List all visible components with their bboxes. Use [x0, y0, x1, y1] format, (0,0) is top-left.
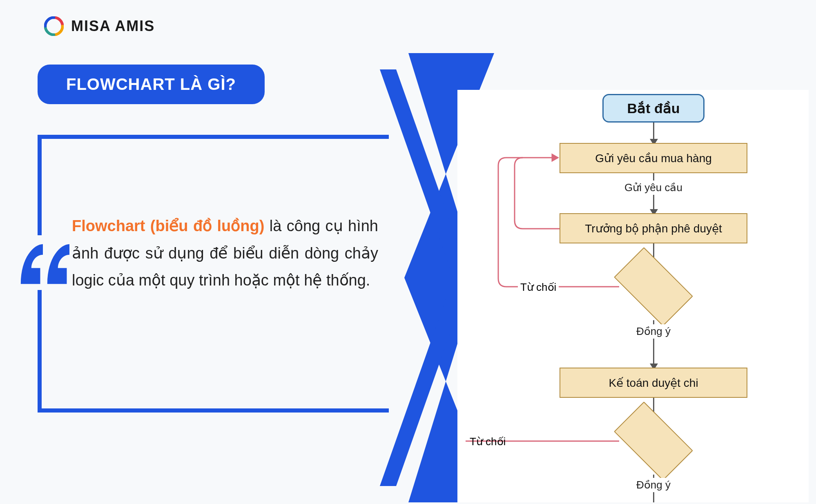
flowchart-edge-label-send: Gửi yêu cầu [622, 181, 685, 195]
flowchart-edge-label-agree2: Đồng ý [634, 478, 673, 492]
flowchart-process-accountant: Kế toán duyệt chi [560, 368, 747, 398]
flowchart-start-node: Bắt đầu [602, 94, 705, 123]
flowchart-edge-label-reject2: Từ chối [470, 435, 506, 448]
definition-text: Flowchart (biểu đồ luồng) là công cụ hìn… [72, 212, 378, 294]
svg-marker-3 [552, 154, 558, 161]
flowchart-process-approve-head: Trưởng bộ phận phê duyệt [560, 213, 747, 243]
flowchart-diagram: Bắt đầu Gửi yêu cầu mua hàng Gửi yêu cầu… [457, 90, 809, 502]
logo-swirl-icon [44, 16, 64, 36]
definition-highlight: Flowchart (biểu đồ luồng) [72, 217, 264, 234]
flowchart-edge-label-reject1: Từ chối [518, 281, 559, 294]
brand-name: MISA AMIS [71, 18, 155, 35]
flowchart-edge-label-agree1: Đồng ý [634, 324, 673, 339]
flowchart-process-request: Gửi yêu cầu mua hàng [560, 143, 747, 173]
brand-logo: MISA AMIS [44, 16, 155, 36]
open-quote-icon [16, 235, 69, 290]
page-title: FLOWCHART LÀ GÌ? [38, 65, 265, 104]
